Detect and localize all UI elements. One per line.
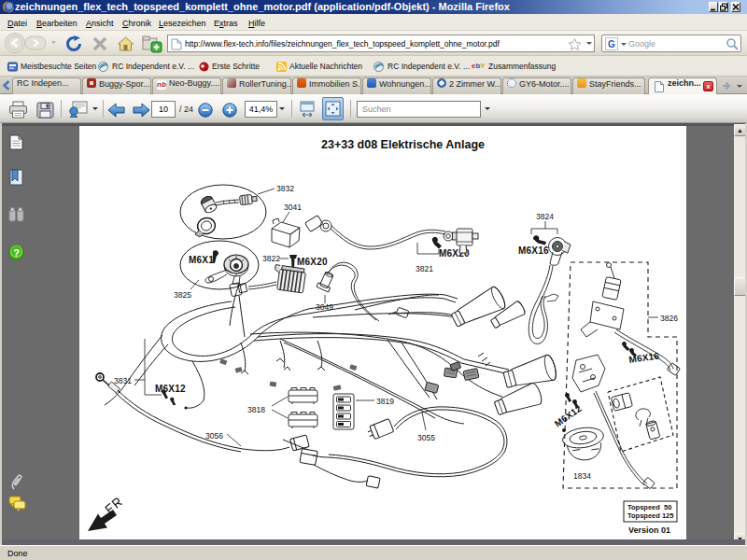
svg-text:3825: 3825 bbox=[174, 290, 191, 300]
svg-text:Topspeed 50: Topspeed 50 bbox=[627, 503, 671, 511]
svg-text:3056: 3056 bbox=[205, 431, 223, 441]
svg-text:M6X1: M6X1 bbox=[189, 255, 214, 265]
svg-text:M6X16: M6X16 bbox=[518, 245, 549, 256]
svg-text:3055: 3055 bbox=[417, 433, 435, 442]
svg-text:3831: 3831 bbox=[114, 376, 132, 385]
svg-text:23+33 d08 Elektrische Anlage: 23+33 d08 Elektrische Anlage bbox=[321, 138, 485, 151]
svg-text:3819: 3819 bbox=[376, 397, 394, 406]
svg-text:M6X20: M6X20 bbox=[297, 257, 328, 267]
svg-text:M6X12: M6X12 bbox=[155, 384, 186, 394]
svg-text:3832: 3832 bbox=[276, 184, 294, 193]
svg-text:1834: 1834 bbox=[573, 471, 591, 481]
svg-text:?: ? bbox=[13, 247, 20, 259]
svg-text:3821: 3821 bbox=[416, 264, 433, 273]
svg-text:Version 01: Version 01 bbox=[628, 525, 670, 535]
svg-text:M6X12: M6X12 bbox=[553, 403, 584, 429]
svg-text:3818: 3818 bbox=[247, 405, 265, 414]
svg-text:Topspeed 125: Topspeed 125 bbox=[627, 511, 673, 520]
svg-text:3822: 3822 bbox=[262, 254, 280, 263]
svg-text:3824: 3824 bbox=[536, 212, 554, 221]
svg-text:3041: 3041 bbox=[284, 203, 302, 212]
svg-text:3826: 3826 bbox=[660, 314, 678, 323]
